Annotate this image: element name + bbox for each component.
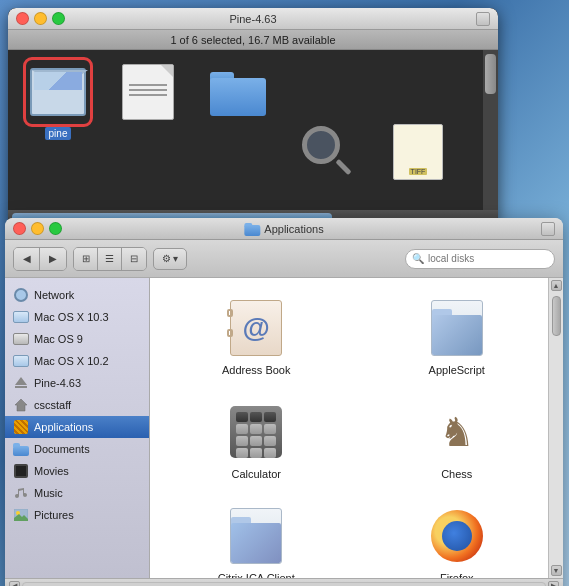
h-scroll-track[interactable]	[22, 582, 546, 587]
apps-folder-icon	[13, 419, 29, 435]
sidebar-item-pictures[interactable]: Pictures	[5, 504, 149, 526]
disk2-icon2	[13, 355, 29, 367]
chess-knight-piece: ♞	[439, 409, 475, 455]
scroll-track[interactable]	[551, 291, 562, 565]
zoom-button[interactable]	[52, 12, 65, 25]
finder-close-button[interactable]	[13, 222, 26, 235]
firefox-icon-area	[425, 504, 489, 568]
sidebar-item-movies[interactable]: Movies	[5, 460, 149, 482]
svg-marker-0	[15, 399, 27, 411]
folder-body	[210, 78, 266, 116]
music-icon	[13, 485, 29, 501]
pine-titlebar: Pine-4.63	[8, 8, 498, 30]
content-vertical-scrollbar[interactable]: ▲ ▼	[548, 278, 563, 578]
finder-zoom-button[interactable]	[49, 222, 62, 235]
finder-toolbar: ◀ ▶ ⊞ ☰ ⊟ ⚙ ▾ 🔍	[5, 240, 563, 278]
applescript-icon-area	[425, 296, 489, 360]
network-icon	[13, 287, 29, 303]
pine-window: Pine-4.63 1 of 6 selected, 16.7 MB avail…	[8, 8, 498, 225]
chess-label: Chess	[441, 468, 472, 480]
document-icon	[122, 64, 174, 120]
disk-icon2	[13, 333, 29, 345]
pine-collapse-icon[interactable]	[476, 12, 490, 26]
scroll-left-arrow[interactable]: ◀	[9, 581, 20, 587]
app-item-chess[interactable]: ♞ Chess	[361, 392, 554, 488]
finder-body: Network Mac OS X 10.3 Mac OS 9	[5, 278, 563, 578]
pine-item-tiff[interactable]: TIFF	[378, 120, 458, 184]
sidebar-item-macosx102[interactable]: Mac OS X 10.2	[5, 350, 149, 372]
search-input[interactable]	[428, 253, 548, 264]
app-item-firefox[interactable]: Firefox	[361, 496, 554, 578]
folder-icon	[210, 68, 266, 116]
firefox-label: Firefox	[440, 572, 474, 578]
sidebar-item-pine[interactable]: Pine-4.63	[5, 372, 149, 394]
search-circle	[302, 126, 340, 164]
app-item-applescript[interactable]: AppleScript	[361, 288, 554, 384]
pine-item-folder[interactable]	[198, 60, 278, 124]
pine-item-email[interactable]: pine	[18, 60, 98, 140]
scroll-up-arrow[interactable]: ▲	[551, 280, 562, 291]
sidebar-item-cscstaff[interactable]: cscstaff	[5, 394, 149, 416]
close-button[interactable]	[16, 12, 29, 25]
pine-vertical-scrollbar[interactable]	[483, 50, 498, 210]
document-lines	[129, 81, 167, 99]
pine-window-title: Pine-4.63	[229, 13, 276, 25]
apps-icon	[14, 420, 28, 434]
at-symbol: @	[243, 312, 270, 344]
forward-button[interactable]: ▶	[40, 248, 66, 270]
pine-search-icon-wrapper	[296, 120, 360, 184]
search-magnify-icon: 🔍	[412, 253, 424, 264]
documents-icon	[13, 441, 29, 457]
icon-view-button[interactable]: ⊞	[74, 248, 98, 270]
addressbook-icon: @	[230, 300, 282, 356]
sidebar-item-applications[interactable]: Applications	[5, 416, 149, 438]
pine-content-area: pine	[8, 50, 498, 210]
calculator-icon-area	[224, 400, 288, 464]
action-button[interactable]: ⚙ ▾	[153, 248, 187, 270]
finder-minimize-button[interactable]	[31, 222, 44, 235]
citrix-icon	[230, 508, 282, 564]
nav-button-group: ◀ ▶	[13, 247, 67, 271]
addressbook-icon-area: @	[224, 296, 288, 360]
minimize-button[interactable]	[34, 12, 47, 25]
scroll-thumb[interactable]	[552, 296, 561, 336]
back-button[interactable]: ◀	[14, 248, 40, 270]
app-item-calculator[interactable]: Calculator	[160, 392, 353, 488]
column-view-button[interactable]: ⊟	[122, 248, 146, 270]
app-grid: @ Address Book AppleScript	[150, 278, 563, 578]
pine-item-search[interactable]	[288, 120, 368, 184]
finder-titlebar: Applications	[5, 218, 563, 240]
app-item-addressbook[interactable]: @ Address Book	[160, 288, 353, 384]
horizontal-scrollbar[interactable]: ◀ ▶	[5, 578, 563, 586]
sidebar-item-macosx103[interactable]: Mac OS X 10.3	[5, 306, 149, 328]
view-button-group: ⊞ ☰ ⊟	[73, 247, 147, 271]
tiff-badge: TIFF	[409, 168, 428, 175]
search-box[interactable]: 🔍	[405, 249, 555, 269]
calculator-icon	[230, 406, 282, 458]
disk-icon	[13, 309, 29, 325]
sidebar-item-macos9[interactable]: Mac OS 9	[5, 328, 149, 350]
pine-folder-icon-wrapper	[206, 60, 270, 124]
sidebar: Network Mac OS X 10.3 Mac OS 9	[5, 278, 150, 578]
scroll-down-arrow[interactable]: ▼	[551, 565, 562, 576]
sidebar-item-documents[interactable]: Documents	[5, 438, 149, 460]
chess-icon-area: ♞	[425, 400, 489, 464]
list-view-button[interactable]: ☰	[98, 248, 122, 270]
scroll-right-arrow[interactable]: ▶	[548, 581, 559, 587]
chess-icon: ♞	[431, 404, 483, 460]
applescript-label: AppleScript	[429, 364, 485, 376]
finder-collapse-icon[interactable]	[541, 222, 555, 236]
pine-status-bar: 1 of 6 selected, 16.7 MB available	[8, 30, 498, 50]
finder-traffic-lights	[13, 222, 62, 235]
app-item-citrix[interactable]: Citrix ICA Client	[160, 496, 353, 578]
pine-scroll-thumb[interactable]	[485, 54, 496, 94]
pictures-icon	[13, 507, 29, 523]
traffic-lights	[16, 12, 65, 25]
tiff-icon: TIFF	[393, 124, 443, 180]
search-handle	[335, 159, 351, 175]
content-area: @ Address Book AppleScript	[150, 278, 563, 578]
photo-svg	[14, 509, 28, 521]
pine-item-doc[interactable]	[108, 60, 188, 124]
sidebar-item-music[interactable]: Music	[5, 482, 149, 504]
sidebar-item-network[interactable]: Network	[5, 284, 149, 306]
